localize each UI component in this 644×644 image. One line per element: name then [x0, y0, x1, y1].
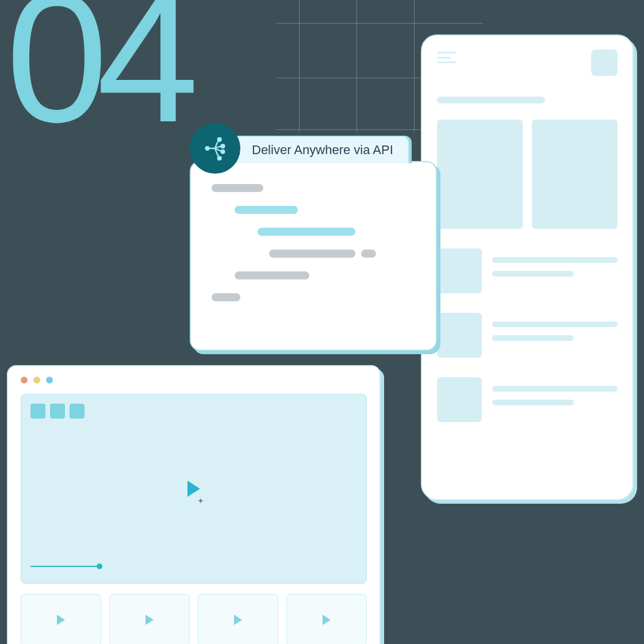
- play-icon: [57, 615, 65, 625]
- video-thumbnail: [21, 594, 101, 644]
- video-thumbnail: [198, 594, 278, 644]
- player-tab: [30, 404, 45, 419]
- minimize-dot-icon: [33, 377, 40, 384]
- list-item: [437, 313, 618, 358]
- maximize-dot-icon: [46, 377, 53, 384]
- play-icon: [145, 615, 154, 625]
- video-thumbnail: [286, 594, 367, 644]
- list-thumb: [437, 313, 482, 358]
- hamburger-icon: [437, 52, 457, 63]
- api-network-icon: [190, 123, 240, 174]
- code-placeholder: [191, 162, 436, 337]
- thumbnail-row: [21, 594, 367, 644]
- video-thumbnail: [109, 594, 190, 644]
- api-card-title: Deliver Anywhere via API: [252, 143, 393, 158]
- play-icon: [323, 615, 331, 625]
- mobile-title-placeholder: [437, 97, 545, 103]
- progress-bar: [30, 566, 99, 567]
- cursor-icon: ✦: [197, 496, 204, 505]
- api-card: Deliver Anywhere via API: [190, 161, 437, 351]
- player-tab: [70, 404, 85, 419]
- hero-card: [532, 120, 618, 229]
- list-item: [437, 377, 618, 422]
- list-thumb: [437, 248, 482, 293]
- avatar-placeholder: [591, 49, 618, 76]
- list-item: [437, 248, 618, 293]
- close-dot-icon: [21, 377, 28, 384]
- window-controls: [21, 377, 367, 384]
- browser-mockup: ✦: [7, 365, 381, 644]
- video-player: ✦: [21, 394, 367, 584]
- step-number: 04: [6, 0, 187, 150]
- player-tab: [50, 404, 65, 419]
- play-icon: [234, 615, 242, 625]
- list-thumb: [437, 377, 482, 422]
- play-icon: [187, 481, 200, 497]
- mobile-mockup: [421, 34, 634, 500]
- hero-card: [437, 120, 523, 229]
